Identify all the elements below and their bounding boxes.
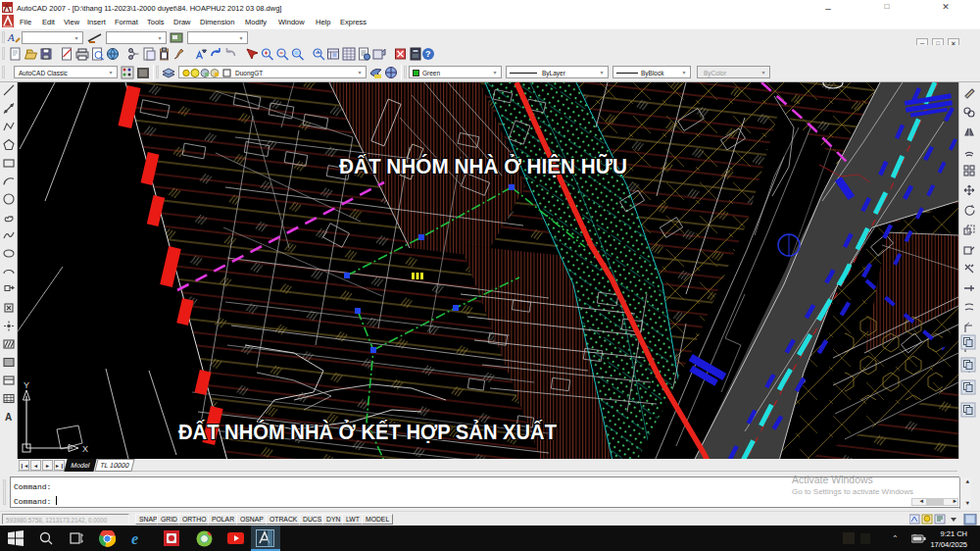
svg-text:Y: Y [24, 380, 29, 390]
svg-text:ĐẤT NHÓM NHÀ Ở KẾT HỢP SẢN XUẤ: ĐẤT NHÓM NHÀ Ở KẾT HỢP SẢN XUẤT [178, 420, 558, 444]
svg-text:?: ? [425, 49, 431, 59]
svg-text:X: X [82, 444, 88, 454]
svg-text:A: A [7, 31, 15, 43]
svg-text:ĐẤT NHÓM NHÀ Ở HIỆN HỮU: ĐẤT NHÓM NHÀ Ở HIỆN HỮU [339, 154, 627, 178]
svg-text:e: e [131, 530, 138, 547]
svg-text:A: A [5, 412, 12, 423]
